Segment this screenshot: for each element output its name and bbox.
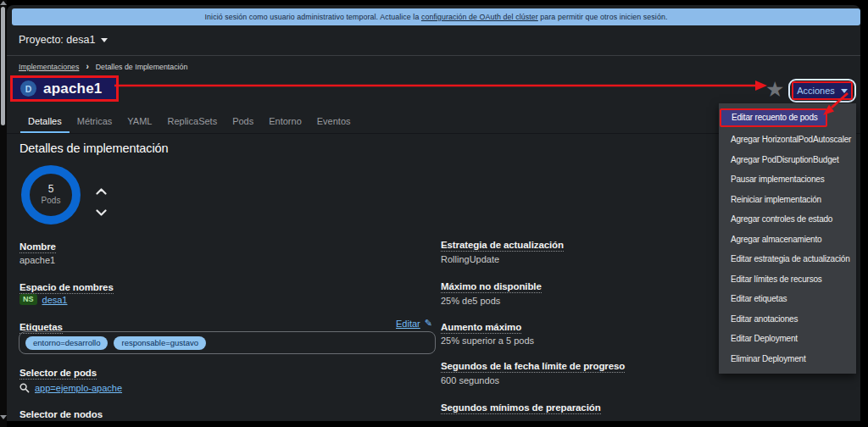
actions-dropdown-menu: Editar recuento de pods Agregar Horizont…	[719, 103, 856, 374]
menu-item-editar-etiquetas[interactable]: Editar etiquetas	[719, 289, 856, 309]
annotation-box-actions: Acciones	[792, 81, 853, 100]
page-title: apache1	[43, 80, 102, 97]
star-icon: ★	[765, 77, 784, 101]
tab-replicasets[interactable]: ReplicaSets	[159, 110, 225, 134]
breadcrumb-separator-icon: ›	[86, 64, 88, 70]
scrollbar-up-arrow-icon[interactable]	[0, 1, 7, 5]
left-scrollbar-thumb[interactable]	[1, 7, 5, 125]
section-heading: Detalles de implementación	[19, 141, 169, 155]
deployment-badge-icon: D	[20, 80, 36, 97]
tab-detalles[interactable]: Detalles	[20, 110, 70, 134]
min-ready-label: Segundos mínimos de preparación	[441, 402, 601, 414]
chevron-down-icon	[96, 209, 107, 216]
scrollbar-down-arrow-icon[interactable]	[0, 415, 7, 419]
decrease-pods-button[interactable]	[92, 206, 110, 219]
progress-deadline-label: Segundos de la fecha límite de progreso	[441, 361, 625, 373]
project-selector[interactable]: Proyecto: desa1	[19, 34, 108, 46]
namespace-label: Espacio de nombres	[19, 282, 114, 294]
menu-item-pausar-implementaciones[interactable]: Pausar implementaciones	[719, 169, 856, 190]
label-chip[interactable]: entorno=desarrollo	[25, 336, 108, 350]
max-unavailable-value: 25% de5 pods	[441, 296, 500, 306]
tab-metricas[interactable]: Métricas	[70, 110, 120, 134]
menu-item-agregar-almacenamiento[interactable]: Agregar almacenamiento	[719, 230, 856, 250]
tab-yaml[interactable]: YAML	[120, 110, 159, 134]
breadcrumb: Implementaciones › Detalles de Implement…	[19, 63, 187, 71]
tab-bar: Detalles Métricas YAML ReplicaSets Pods …	[20, 110, 359, 134]
tab-entorno[interactable]: Entorno	[261, 110, 309, 134]
oauth-config-link[interactable]: configuración de OAuth del clúster	[421, 13, 538, 21]
tab-pods[interactable]: Pods	[225, 110, 261, 134]
divider	[7, 55, 860, 56]
pod-count-text: 5 Pods	[21, 165, 81, 225]
menu-item-eliminar-deployment[interactable]: Eliminar Deployment	[719, 349, 856, 369]
console-panel: Inició sesión como usuario administrativ…	[7, 5, 860, 421]
actions-button-label: Acciones	[797, 86, 835, 96]
pod-selector-label: Selector de pods	[19, 368, 97, 380]
caret-down-icon	[841, 89, 848, 93]
menu-item-reiniciar-implementacion[interactable]: Reiniciar implementación	[719, 190, 856, 210]
strategy-label: Estrategia de actualización	[441, 240, 564, 252]
namespace-link[interactable]: desa1	[42, 295, 68, 305]
breadcrumb-current: Detalles de Implementación	[96, 63, 188, 71]
menu-item-agregar-controles-estado[interactable]: Agregar controles de estado	[719, 209, 856, 230]
node-selector-label: Selector de nodos	[19, 409, 103, 420]
search-icon	[19, 383, 30, 393]
increase-pods-button[interactable]	[92, 185, 110, 198]
annotation-box-menu-item: Editar recuento de pods	[720, 108, 827, 127]
chevron-up-icon	[96, 188, 107, 195]
caret-down-icon	[101, 38, 108, 42]
annotation-box-title: D apache1	[10, 75, 119, 102]
name-label: Nombre	[19, 241, 56, 253]
labels-group: entorno=desarrollo responsable=gustavo	[19, 331, 436, 354]
pod-count-unit: Pods	[42, 196, 61, 206]
progress-deadline-value: 600 segundos	[441, 375, 499, 385]
strategy-value: RollingUpdate	[441, 254, 499, 264]
menu-item-editar-estrategia[interactable]: Editar estrategia de actualización	[719, 249, 856, 269]
login-notice-banner: Inició sesión como usuario administrativ…	[12, 8, 860, 25]
menu-item-editar-anotaciones[interactable]: Editar anotaciones	[719, 309, 856, 330]
project-selector-label: Proyecto: desa1	[19, 34, 95, 46]
actions-button[interactable]: Acciones	[797, 86, 848, 96]
pencil-icon: ✎	[425, 318, 432, 329]
name-value: apache1	[19, 255, 55, 265]
menu-item-editar-limites[interactable]: Editar límites de recursos	[719, 269, 856, 290]
menu-item-agregar-pdb[interactable]: Agregar PodDisruptionBudget	[719, 150, 856, 170]
pod-count-value: 5	[48, 184, 54, 196]
label-chip[interactable]: responsable=gustavo	[114, 336, 206, 350]
edit-labels-link[interactable]: Editar ✎	[358, 318, 432, 329]
menu-item-editar-deployment[interactable]: Editar Deployment	[719, 329, 856, 349]
menu-item-agregar-hpa[interactable]: Agregar HorizontalPodAutoscaler	[719, 130, 856, 150]
max-unavailable-label: Máximo no disponible	[441, 281, 542, 293]
banner-text-before: Inició sesión como usuario administrativ…	[205, 13, 421, 21]
max-surge-label: Aumento máximo	[441, 322, 521, 334]
actions-button-focus-ring: Acciones	[788, 79, 856, 103]
menu-item-editar-recuento-de-pods[interactable]: Editar recuento de pods	[719, 108, 856, 130]
tab-eventos[interactable]: Eventos	[309, 110, 359, 134]
namespace-badge-icon: NS	[19, 294, 37, 305]
breadcrumb-link-implementaciones[interactable]: Implementaciones	[19, 63, 79, 71]
edit-labels-text: Editar	[396, 319, 420, 329]
pod-selector-link[interactable]: app=ejemplo-apache	[35, 383, 122, 393]
banner-text-after: para permitir que otros inicien sesión.	[538, 13, 668, 21]
max-surge-value: 25% superior a 5 pods	[441, 336, 534, 346]
